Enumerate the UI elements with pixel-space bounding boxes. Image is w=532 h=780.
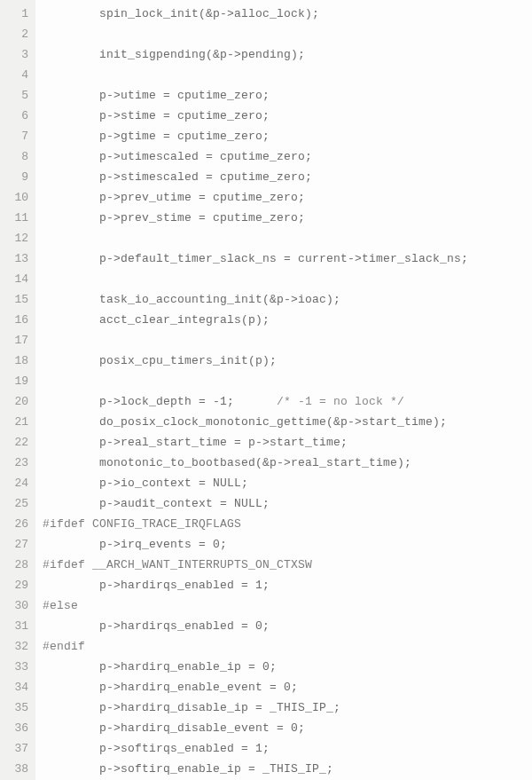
code-line: p->hardirqs_enabled = 0; — [43, 616, 468, 636]
code-line: p->io_context = NULL; — [43, 473, 468, 493]
code-line: init_sigpending(&p->pending); — [43, 44, 468, 65]
line-number: 26 — [4, 514, 28, 534]
code-line: posix_cpu_timers_init(p); — [43, 351, 468, 371]
line-number: 10 — [4, 187, 28, 208]
line-number: 30 — [4, 595, 28, 616]
line-number: 24 — [4, 473, 28, 493]
code-line: spin_lock_init(&p->alloc_lock); — [43, 4, 468, 24]
code-line: p->gtime = cputime_zero; — [43, 126, 468, 146]
code-line — [43, 24, 468, 44]
line-number: 1 — [4, 4, 28, 24]
code-line: p->hardirq_disable_event = 0; — [43, 718, 468, 738]
code-line: p->default_timer_slack_ns = current->tim… — [43, 248, 468, 269]
code-line: task_io_accounting_init(&p->ioac); — [43, 289, 468, 310]
line-number: 2 — [4, 24, 28, 44]
line-number: 29 — [4, 575, 28, 595]
line-number: 18 — [4, 351, 28, 371]
line-number: 22 — [4, 432, 28, 453]
code-line — [43, 269, 468, 289]
line-number: 35 — [4, 697, 28, 718]
line-number: 15 — [4, 289, 28, 310]
code-line — [43, 65, 468, 85]
line-number: 17 — [4, 330, 28, 351]
code-line: p->hardirq_enable_event = 0; — [43, 677, 468, 697]
code-line: acct_clear_integrals(p); — [43, 310, 468, 330]
code-line — [43, 330, 468, 351]
line-number: 20 — [4, 391, 28, 412]
line-number: 14 — [4, 269, 28, 289]
code-area: spin_lock_init(&p->alloc_lock); init_sig… — [35, 0, 475, 780]
line-number: 31 — [4, 616, 28, 636]
line-number: 11 — [4, 208, 28, 228]
line-number: 23 — [4, 453, 28, 473]
line-number: 32 — [4, 636, 28, 657]
line-number: 36 — [4, 718, 28, 738]
line-number: 8 — [4, 146, 28, 167]
code-line: p->irq_events = 0; — [43, 534, 468, 555]
line-number: 9 — [4, 167, 28, 187]
line-number: 5 — [4, 85, 28, 106]
line-number-gutter: 1234567891011121314151617181920212223242… — [0, 0, 35, 780]
code-line: p->audit_context = NULL; — [43, 493, 468, 514]
line-number: 38 — [4, 759, 28, 779]
line-number: 27 — [4, 534, 28, 555]
line-number: 3 — [4, 44, 28, 65]
code-line: p->prev_stime = cputime_zero; — [43, 208, 468, 228]
code-line: p->softirqs_enabled = 1; — [43, 738, 468, 759]
code-line: p->prev_utime = cputime_zero; — [43, 187, 468, 208]
code-line: do_posix_clock_monotonic_gettime(&p->sta… — [43, 412, 468, 432]
code-line: p->utimescaled = cputime_zero; — [43, 146, 468, 167]
code-line: p->hardirq_enable_ip = 0; — [43, 657, 468, 677]
code-line: #endif — [43, 636, 468, 657]
line-number: 12 — [4, 228, 28, 248]
code-line: p->hardirq_disable_ip = _THIS_IP_; — [43, 697, 468, 718]
line-number: 28 — [4, 555, 28, 575]
code-line — [43, 371, 468, 391]
code-line: p->utime = cputime_zero; — [43, 85, 468, 106]
code-line: p->real_start_time = p->start_time; — [43, 432, 468, 453]
line-number: 19 — [4, 371, 28, 391]
code-line: #ifdef __ARCH_WANT_INTERRUPTS_ON_CTXSW — [43, 555, 468, 575]
line-number: 4 — [4, 65, 28, 85]
line-number: 21 — [4, 412, 28, 432]
line-number: 13 — [4, 248, 28, 269]
code-line: #else — [43, 595, 468, 616]
line-number: 37 — [4, 738, 28, 759]
line-number: 33 — [4, 657, 28, 677]
line-number: 16 — [4, 310, 28, 330]
line-number: 7 — [4, 126, 28, 146]
line-number: 6 — [4, 106, 28, 126]
code-line: p->stimescaled = cputime_zero; — [43, 167, 468, 187]
line-number: 25 — [4, 493, 28, 514]
code-line: p->stime = cputime_zero; — [43, 106, 468, 126]
code-line — [43, 228, 468, 248]
line-number: 34 — [4, 677, 28, 697]
code-line: p->softirq_enable_ip = _THIS_IP_; — [43, 759, 468, 779]
code-line: monotonic_to_bootbased(&p->real_start_ti… — [43, 453, 468, 473]
code-line: #ifdef CONFIG_TRACE_IRQFLAGS — [43, 514, 468, 534]
code-line: p->lock_depth = -1; /* -1 = no lock */ — [43, 391, 468, 412]
code-line: p->hardirqs_enabled = 1; — [43, 575, 468, 595]
code-editor: 1234567891011121314151617181920212223242… — [0, 0, 532, 780]
